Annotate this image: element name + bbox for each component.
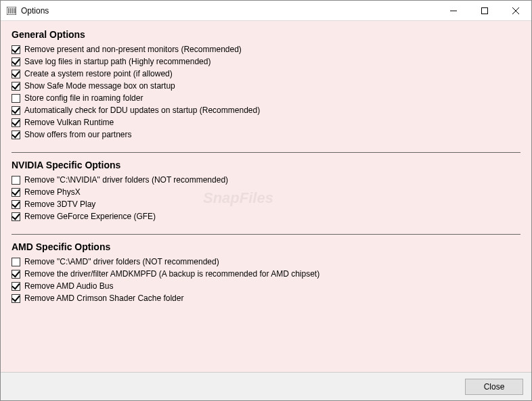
option-label: Remove "C:\AMD" driver folders (NOT reco…	[24, 257, 219, 266]
option-row[interactable]: Automatically check for DDU updates on s…	[12, 105, 520, 116]
footer: Close	[1, 372, 531, 400]
option-row[interactable]: Remove AMD Crimson Shader Cache folder	[12, 293, 520, 304]
option-label: Remove the driver/filter AMDKMPFD (A bac…	[24, 269, 319, 279]
option-label: Store config file in roaming folder	[24, 93, 143, 103]
checkbox[interactable]	[12, 270, 20, 279]
minimize-button[interactable]	[438, 1, 469, 20]
option-label: Remove AMD Audio Bus	[24, 281, 113, 291]
option-row[interactable]: Remove the driver/filter AMDKMPFD (A bac…	[12, 268, 520, 279]
option-row[interactable]: Remove present and non-present monitors …	[12, 44, 520, 55]
option-label: Remove "C:\NVIDIA" driver folders (NOT r…	[24, 175, 228, 185]
checkbox[interactable]	[12, 106, 20, 115]
checkbox[interactable]	[12, 282, 20, 291]
option-label: Remove 3DTV Play	[24, 199, 95, 209]
option-label: Automatically check for DDU updates on s…	[24, 105, 260, 115]
option-row[interactable]: Show offers from our partners	[12, 129, 520, 140]
option-row[interactable]: Remove 3DTV Play	[12, 199, 520, 210]
app-icon	[6, 5, 17, 16]
option-label: Show offers from our partners	[24, 130, 132, 139]
option-row[interactable]: Create a system restore point (if allowe…	[12, 68, 520, 79]
option-row[interactable]: Save log files in startup path (Highly r…	[12, 56, 520, 67]
section-divider	[12, 234, 520, 235]
option-label: Show Safe Mode message box on startup	[24, 81, 175, 91]
checkbox[interactable]	[12, 200, 20, 209]
checkbox[interactable]	[12, 294, 20, 303]
checkbox[interactable]	[12, 94, 20, 103]
option-label: Create a system restore point (if allowe…	[24, 69, 173, 78]
option-label: Remove AMD Crimson Shader Cache folder	[24, 293, 183, 303]
option-row[interactable]: Remove "C:\AMD" driver folders (NOT reco…	[12, 256, 520, 267]
option-label: Remove Vulkan Runtime	[24, 118, 114, 127]
checkbox[interactable]	[12, 118, 20, 127]
option-row[interactable]: Show Safe Mode message box on startup	[12, 80, 520, 91]
window-title: Options	[21, 6, 438, 16]
option-label: Save log files in startup path (Highly r…	[24, 57, 210, 66]
option-row[interactable]: Remove GeForce Experience (GFE)	[12, 211, 520, 222]
options-panel: General OptionsRemove present and non-pr…	[1, 21, 531, 372]
titlebar-controls	[438, 1, 531, 20]
checkbox[interactable]	[12, 70, 20, 78]
checkbox[interactable]	[12, 258, 20, 266]
close-window-button[interactable]	[500, 1, 531, 20]
section-title: NVIDIA Specific Options	[12, 160, 520, 170]
checkbox[interactable]	[12, 131, 20, 139]
checkbox[interactable]	[12, 176, 20, 185]
checkbox[interactable]	[12, 82, 20, 91]
option-row[interactable]: Remove AMD Audio Bus	[12, 281, 520, 291]
section-title: General Options	[12, 29, 520, 40]
option-label: Remove present and non-present monitors …	[24, 45, 242, 54]
checkbox[interactable]	[12, 57, 20, 66]
checkbox[interactable]	[12, 45, 20, 54]
section-divider	[12, 152, 520, 153]
section-title: AMD Specific Options	[12, 241, 520, 252]
option-row[interactable]: Remove "C:\NVIDIA" driver folders (NOT r…	[12, 174, 520, 185]
option-row[interactable]: Remove PhysX	[12, 187, 520, 197]
close-button[interactable]: Close	[465, 379, 523, 395]
maximize-button[interactable]	[469, 1, 500, 20]
option-label: Remove PhysX	[24, 187, 81, 197]
checkbox[interactable]	[12, 212, 20, 221]
option-row[interactable]: Remove Vulkan Runtime	[12, 117, 520, 128]
checkbox[interactable]	[12, 188, 20, 197]
option-row[interactable]: Store config file in roaming folder	[12, 93, 520, 103]
titlebar: Options	[1, 1, 531, 21]
option-label: Remove GeForce Experience (GFE)	[24, 212, 156, 221]
svg-rect-6	[482, 7, 488, 14]
